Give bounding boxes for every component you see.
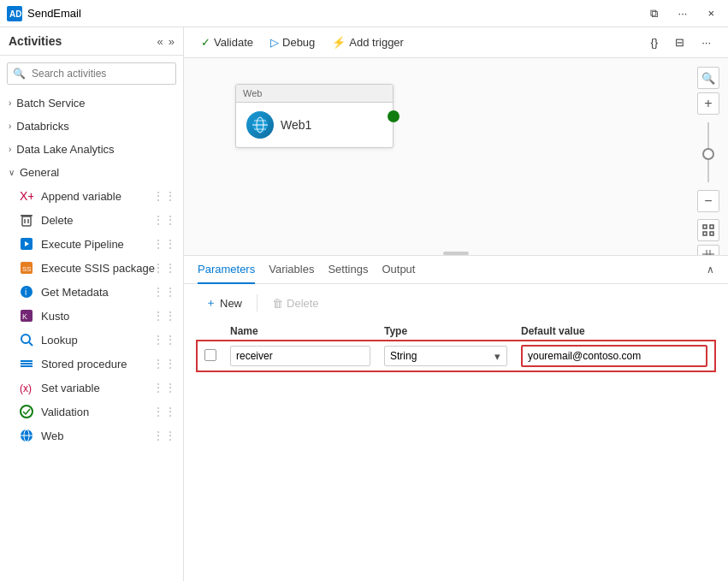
search-input[interactable] [7, 62, 176, 85]
play-icon: ▷ [270, 36, 279, 49]
close-button[interactable]: × [701, 3, 721, 23]
chevron-down-icon: ∨ [9, 168, 15, 177]
tab-output[interactable]: Output [382, 256, 415, 284]
tab-variables[interactable]: Variables [269, 256, 314, 284]
list-item[interactable]: Stored procedure ⋮⋮ [0, 352, 183, 376]
drag-handle-icon: ⋮⋮ [152, 357, 176, 371]
toolbar-separator [257, 294, 257, 311]
sidebar-collapse2-icon[interactable]: » [169, 35, 175, 48]
list-item[interactable]: X+ Append variable ⋮⋮ [0, 184, 183, 208]
validate-label: Validate [214, 36, 253, 49]
sidebar-item-general[interactable]: ∨ General [0, 161, 183, 184]
general-label: General [20, 166, 59, 179]
svg-rect-17 [21, 360, 33, 362]
sidebar-list: › Batch Service › Databricks › Data Lake… [0, 92, 183, 581]
stored-procedure-icon [19, 356, 34, 371]
svg-rect-30 [703, 225, 707, 228]
svg-line-16 [29, 342, 33, 346]
svg-rect-32 [703, 232, 707, 235]
svg-rect-4 [21, 215, 33, 216]
bottom-panel: Parameters Variables Settings Output ∧ ＋… [184, 255, 728, 377]
zoom-thumb [702, 148, 714, 160]
toolbar: ✓ Validate ▷ Debug ⚡ Add trigger {} ⊟ ··… [184, 27, 728, 58]
delete-button[interactable]: 🗑 Delete [264, 293, 327, 314]
title-bar-title: SendEmail [27, 7, 81, 20]
more-button[interactable]: ··· [672, 3, 695, 23]
web-node[interactable]: Web Web1 [235, 84, 394, 148]
sidebar-item-batch-service[interactable]: › Batch Service [0, 92, 183, 115]
row-checkbox[interactable] [204, 349, 216, 361]
globe-icon [246, 111, 274, 139]
svg-point-15 [21, 335, 30, 343]
add-trigger-button[interactable]: ⚡ Add trigger [325, 33, 411, 52]
canvas-search-button[interactable]: 🔍 [697, 67, 719, 89]
drag-handle-icon: ⋮⋮ [152, 189, 176, 203]
zoom-slider[interactable] [697, 118, 719, 187]
canvas-area: ✓ Validate ▷ Debug ⚡ Add trigger {} ⊟ ··… [184, 27, 728, 581]
grid-button[interactable] [697, 245, 719, 255]
chevron-right-icon: › [9, 122, 11, 131]
item-label: Stored procedure [41, 358, 127, 371]
title-bar: ADF SendEmail ⧉ ··· × [0, 0, 728, 27]
item-label: Append variable [41, 190, 121, 203]
item-label: Execute SSIS package [41, 262, 155, 275]
table-row: String Bool Int Float Object Array [198, 341, 714, 371]
list-item[interactable]: Validation ⋮⋮ [0, 400, 183, 424]
zoom-track [707, 122, 709, 182]
tab-settings[interactable]: Settings [328, 256, 368, 284]
canvas: Web Web1 � [184, 58, 728, 255]
drag-handle-icon: ⋮⋮ [152, 429, 176, 442]
restore-button[interactable]: ⧉ [643, 3, 665, 24]
checkmark-icon: ✓ [201, 36, 210, 49]
validate-button[interactable]: ✓ Validate [194, 33, 260, 52]
search-icon: 🔍 [13, 68, 26, 80]
type-select[interactable]: String Bool Int Float Object Array [384, 346, 507, 366]
tab-parameters[interactable]: Parameters [198, 256, 255, 284]
add-trigger-label: Add trigger [349, 36, 404, 49]
sidebar: Activities « » 🔍 › Batch Service › Datab… [0, 27, 184, 581]
default-value-input[interactable] [521, 345, 707, 367]
list-item[interactable]: i Get Metadata ⋮⋮ [0, 280, 183, 304]
name-input[interactable] [230, 346, 370, 366]
web-node-body: Web1 [236, 103, 393, 147]
canvas-resize-handle[interactable] [443, 252, 469, 255]
data-lake-label: Data Lake Analytics [16, 143, 114, 156]
item-label: Web [41, 430, 64, 442]
list-item[interactable]: Web ⋮⋮ [0, 424, 183, 448]
trash-icon: 🗑 [272, 297, 283, 310]
panel-collapse-button[interactable]: ∧ [707, 264, 714, 276]
fit-view-button[interactable] [697, 219, 719, 241]
more-options-button[interactable]: ··· [695, 33, 718, 52]
list-item[interactable]: SS Execute SSIS package ⋮⋮ [0, 256, 183, 280]
list-item[interactable]: Execute Pipeline ⋮⋮ [0, 232, 183, 256]
list-item[interactable]: K Kusto ⋮⋮ [0, 304, 183, 328]
main-layout: Activities « » 🔍 › Batch Service › Datab… [0, 27, 728, 581]
svg-rect-18 [21, 363, 33, 365]
drag-handle-icon: ⋮⋮ [152, 309, 176, 323]
list-item[interactable]: Delete ⋮⋮ [0, 208, 183, 232]
template-button[interactable]: ⊟ [668, 33, 691, 52]
debug-button[interactable]: ▷ Debug [263, 33, 322, 52]
zoom-in-button[interactable]: + [697, 92, 719, 115]
sidebar-collapse-icon[interactable]: « [157, 35, 163, 48]
svg-rect-19 [21, 365, 33, 367]
svg-rect-33 [710, 232, 713, 235]
kusto-icon: K [19, 308, 34, 323]
sidebar-title: Activities [9, 34, 62, 48]
sidebar-item-databricks[interactable]: › Databricks [0, 115, 183, 138]
svg-text:(x): (x) [20, 382, 32, 394]
svg-point-21 [21, 406, 33, 418]
list-item[interactable]: (x) Set variable ⋮⋮ [0, 376, 183, 400]
item-label: Lookup [41, 334, 78, 347]
item-label: Get Metadata [41, 286, 109, 299]
item-label: Kusto [41, 310, 69, 323]
zoom-out-button[interactable]: − [697, 190, 719, 212]
new-button[interactable]: ＋ New [198, 291, 250, 315]
code-button[interactable]: {} [643, 33, 665, 52]
sidebar-item-data-lake[interactable]: › Data Lake Analytics [0, 138, 183, 161]
list-item[interactable]: Lookup ⋮⋮ [0, 328, 183, 352]
ssis-icon: SS [19, 260, 34, 276]
chevron-right-icon: › [9, 98, 11, 108]
drag-handle-icon: ⋮⋮ [152, 333, 176, 347]
title-bar-right: ⧉ ··· × [643, 3, 721, 24]
